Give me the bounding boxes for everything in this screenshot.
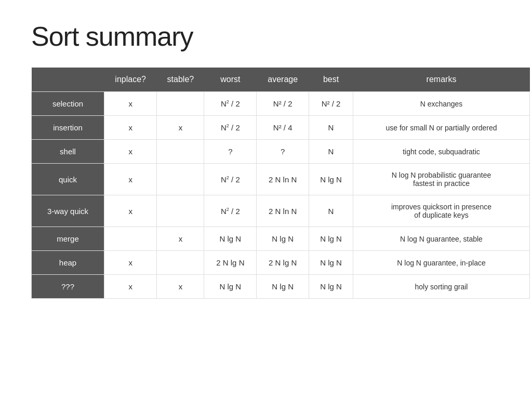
data-cell: N lg N: [309, 251, 353, 275]
data-cell: N2 / 2: [204, 164, 257, 195]
table-row: mergexN lg NN lg NN lg NN log N guarante…: [32, 227, 530, 251]
data-cell: N: [309, 195, 353, 227]
algorithm-name: 3-way quick: [32, 195, 104, 227]
header-remarks: remarks: [353, 68, 530, 92]
data-cell: N2 / 2: [204, 92, 257, 116]
data-cell: N lg N: [309, 164, 353, 195]
algorithm-name: selection: [32, 92, 104, 116]
data-cell: N² / 2: [257, 92, 309, 116]
table-row: ???xxN lg NN lg NN lg Nholy sorting grai…: [32, 275, 530, 299]
data-cell: N lg N: [204, 227, 257, 251]
data-cell: x: [104, 92, 157, 116]
data-cell: x: [104, 116, 157, 140]
remarks-cell: N log N guarantee, stable: [353, 227, 530, 251]
data-cell: 2 N lg N: [257, 251, 309, 275]
data-cell: x: [157, 275, 204, 299]
data-cell: x: [157, 227, 204, 251]
data-cell: N2 / 2: [204, 195, 257, 227]
data-cell: x: [104, 195, 157, 227]
data-cell: N lg N: [309, 227, 353, 251]
data-cell: [157, 164, 204, 195]
data-cell: N lg N: [257, 227, 309, 251]
data-cell: ?: [257, 140, 309, 164]
algorithm-name: ???: [32, 275, 104, 299]
data-cell: x: [104, 140, 157, 164]
algorithm-name: quick: [32, 164, 104, 195]
data-cell: 2 N ln N: [257, 195, 309, 227]
table-row: heapx2 N lg N2 N lg NN lg NN log N guara…: [32, 251, 530, 275]
header-best: best: [309, 68, 353, 92]
data-cell: x: [104, 164, 157, 195]
algorithm-name: insertion: [32, 116, 104, 140]
table-row: selectionxN2 / 2N² / 2N² / 2N exchanges: [32, 92, 530, 116]
data-cell: [157, 92, 204, 116]
data-cell: N: [309, 116, 353, 140]
data-cell: 2 N ln N: [257, 164, 309, 195]
data-cell: [157, 140, 204, 164]
data-cell: [157, 195, 204, 227]
data-cell: ?: [204, 140, 257, 164]
data-cell: N lg N: [204, 275, 257, 299]
remarks-cell: N exchanges: [353, 92, 530, 116]
data-cell: [104, 227, 157, 251]
remarks-cell: N log N probabilistic guaranteefastest i…: [353, 164, 530, 195]
data-cell: N: [309, 140, 353, 164]
table-row: shellx??Ntight code, subquadratic: [32, 140, 530, 164]
data-cell: x: [104, 275, 157, 299]
remarks-cell: holy sorting grail: [353, 275, 530, 299]
data-cell: 2 N lg N: [204, 251, 257, 275]
header-stable: stable?: [157, 68, 204, 92]
header-average: average: [257, 68, 309, 92]
data-cell: x: [104, 251, 157, 275]
data-cell: N² / 2: [309, 92, 353, 116]
algorithm-name: merge: [32, 227, 104, 251]
algorithm-name: shell: [32, 140, 104, 164]
table-row: insertionxxN2 / 2N² / 4Nuse for small N …: [32, 116, 530, 140]
page-title: Sort summary: [31, 21, 501, 52]
data-cell: N² / 4: [257, 116, 309, 140]
remarks-cell: improves quicksort in presenceof duplica…: [353, 195, 530, 227]
table-row: quickxN2 / 22 N ln NN lg NN log N probab…: [32, 164, 530, 195]
remarks-cell: N log N guarantee, in-place: [353, 251, 530, 275]
header-inplace: inplace?: [104, 68, 157, 92]
data-cell: N lg N: [257, 275, 309, 299]
sort-summary-table: inplace? stable? worst average best rema…: [31, 68, 530, 299]
remarks-cell: tight code, subquadratic: [353, 140, 530, 164]
header-worst: worst: [204, 68, 257, 92]
data-cell: N lg N: [309, 275, 353, 299]
data-cell: x: [157, 116, 204, 140]
data-cell: N2 / 2: [204, 116, 257, 140]
remarks-cell: use for small N or partially ordered: [353, 116, 530, 140]
header-algorithm: [32, 68, 104, 92]
table-row: 3-way quickxN2 / 22 N ln NNimproves quic…: [32, 195, 530, 227]
data-cell: [157, 251, 204, 275]
algorithm-name: heap: [32, 251, 104, 275]
